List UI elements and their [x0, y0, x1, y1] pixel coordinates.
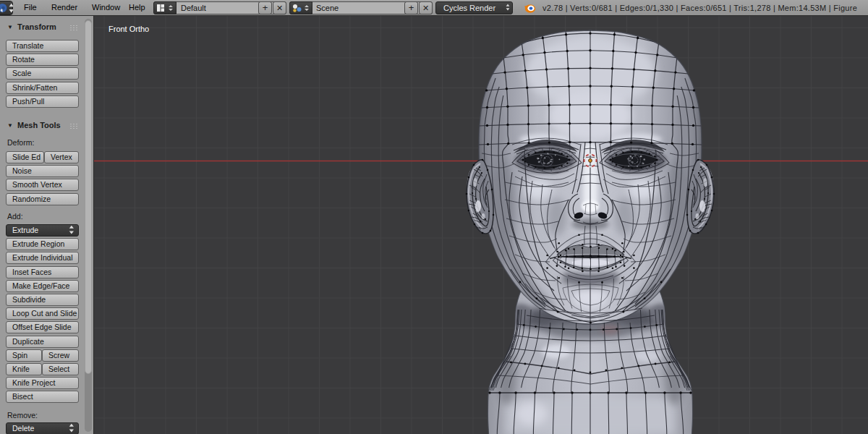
svg-text:Front Ortho: Front Ortho: [109, 25, 149, 33]
